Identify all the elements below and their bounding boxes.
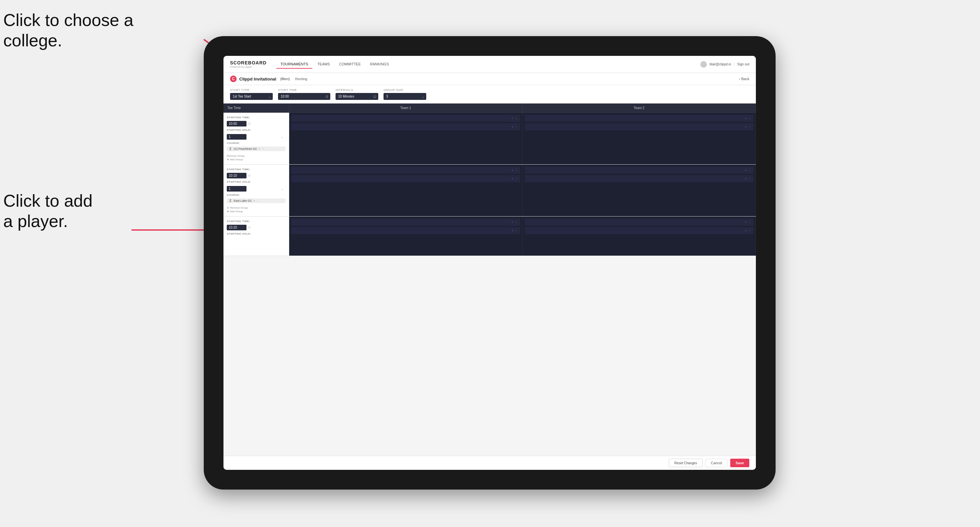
course-label-1: COURSE:	[227, 141, 286, 144]
nav-link-committee[interactable]: COMMITTEE	[335, 60, 365, 69]
nav-right: blair@clippd.io | Sign out	[700, 61, 749, 68]
player-row-5-2[interactable]: × ⋮	[291, 227, 520, 234]
intervals-label: Intervals	[336, 88, 378, 92]
course-remove-1[interactable]: ×	[259, 147, 260, 151]
team2-cell-2: × ⋮ × ⋮	[523, 165, 756, 216]
start-time-input[interactable]	[278, 93, 330, 100]
start-type-group: Start Type 1st Tee Start Shotgun Start	[230, 88, 273, 100]
schedule-body: STARTING TIME: ⏱ STARTING HOLE: 123 COUR…	[223, 113, 756, 456]
player-row-3-2[interactable]: × ⋮	[291, 175, 520, 183]
player-remove-2-2[interactable]: ×	[745, 125, 747, 129]
back-button[interactable]: ‹ Back	[739, 77, 749, 81]
time-input-1[interactable]	[227, 121, 247, 127]
nav-link-teams[interactable]: TEAMS	[313, 60, 334, 69]
tablet-screen: SCOREBOARD Powered by clippd TOURNAMENTS…	[223, 56, 756, 470]
add-group-link-1[interactable]: ⊕ Add Group	[227, 158, 286, 161]
time-slot-1: STARTING TIME: ⏱ STARTING HOLE: 123 COUR…	[223, 113, 756, 165]
player-row-2-1[interactable]: × ⋮	[525, 115, 754, 122]
course-name-2: East Lake GC	[234, 199, 252, 202]
player-menu-2-2[interactable]: ⋮	[748, 125, 751, 129]
course-icon-2: 🏌	[229, 199, 232, 202]
group-size-select[interactable]: 3 2 4	[383, 93, 426, 100]
reset-button[interactable]: Reset Changes	[669, 459, 703, 467]
time-slot-2: STARTING TIME: ⏱ STARTING HOLE: 1 COURSE…	[223, 165, 756, 216]
player-remove-4-1[interactable]: ×	[745, 168, 747, 172]
player-menu-4-2[interactable]: ⋮	[748, 177, 751, 180]
course-edit-2[interactable]: ⋮	[256, 199, 259, 202]
hole-select-2[interactable]: 1	[227, 186, 247, 192]
player-remove-5-2[interactable]: ×	[512, 229, 513, 232]
nav-avatar	[700, 61, 707, 68]
course-label-2: COURSE:	[227, 194, 286, 197]
player-row-5-1[interactable]: × ⋮	[291, 219, 520, 226]
brand-title: SCOREBOARD	[230, 60, 267, 65]
annotation-add-player: Click to add a player.	[3, 190, 93, 232]
player-menu-4-1[interactable]: ⋮	[748, 168, 751, 172]
player-row-4-1[interactable]: × ⋮	[525, 167, 754, 174]
add-group-link-2[interactable]: ⊕ Add Group	[227, 210, 286, 213]
save-button[interactable]: Save	[730, 459, 749, 467]
player-remove-3-2[interactable]: ×	[512, 177, 513, 180]
intervals-group: Intervals 10 Minutes 8 Minutes 12 Minute…	[336, 88, 378, 100]
form-row: Start Type 1st Tee Start Shotgun Start S…	[230, 88, 749, 100]
team2-cell-1: × ⋮ × ⋮	[523, 113, 756, 164]
team2-cell-3: × ⋮ × ⋮	[523, 216, 756, 256]
starting-hole-label-1: STARTING HOLE:	[227, 129, 286, 132]
start-type-label: Start Type	[230, 88, 273, 92]
time-input-row-2: ⏱	[227, 173, 286, 178]
time-slot-3: STARTING TIME: ⏱ STARTING HOLE: × ⋮	[223, 216, 756, 256]
time-slot-left-1: STARTING TIME: ⏱ STARTING HOLE: 123 COUR…	[223, 113, 289, 164]
player-menu-3-1[interactable]: ⋮	[515, 168, 518, 172]
start-time-label: Start Time	[278, 88, 330, 92]
player-menu-5-1[interactable]: ⋮	[515, 221, 518, 224]
course-icon-1: 🏌	[229, 147, 232, 151]
player-row-3-1[interactable]: × ⋮	[291, 167, 520, 174]
course-remove-2[interactable]: ×	[253, 199, 255, 202]
player-remove-6-1[interactable]: ×	[745, 221, 747, 224]
nav-link-tournaments[interactable]: TOURNAMENTS	[276, 60, 312, 69]
player-row-1-2[interactable]: × ⋮	[291, 123, 520, 130]
player-menu-5-2[interactable]: ⋮	[515, 229, 518, 232]
nav-sign-out[interactable]: Sign out	[737, 62, 749, 66]
group-size-wrapper: 3 2 4	[383, 93, 426, 100]
action-links-1: Remove Group ⊕ Add Group	[227, 154, 286, 161]
course-tag-1: 🏌 (A) Peachtree GC × ⋮	[227, 146, 286, 151]
intervals-select[interactable]: 10 Minutes 8 Minutes 12 Minutes	[336, 93, 378, 100]
nav-links: TOURNAMENTS TEAMS COMMITTEE RANKINGS	[276, 60, 700, 69]
start-type-select[interactable]: 1st Tee Start Shotgun Start	[230, 93, 273, 100]
remove-group-link-1[interactable]: Remove Group	[227, 154, 286, 157]
tournament-gender: (Men)	[280, 77, 290, 81]
player-remove-1-2[interactable]: ×	[512, 125, 513, 129]
hole-select-wrapper-1: 123	[227, 133, 286, 140]
intervals-info-icon: ⓘ	[373, 94, 376, 98]
player-menu-2-1[interactable]: ⋮	[748, 117, 751, 120]
player-row-4-2[interactable]: × ⋮	[525, 175, 754, 183]
player-menu-6-2[interactable]: ⋮	[748, 229, 751, 232]
group-size-group: Group Size 3 2 4	[383, 88, 426, 100]
player-menu-1-2[interactable]: ⋮	[515, 125, 518, 129]
player-remove-3-1[interactable]: ×	[512, 168, 513, 172]
player-menu-1-1[interactable]: ⋮	[515, 117, 518, 120]
time-input-3[interactable]	[227, 225, 247, 230]
nav-link-rankings[interactable]: RANKINGS	[366, 60, 393, 69]
clock-icon-1: ⏱	[248, 122, 251, 125]
player-row-2-2[interactable]: × ⋮	[525, 123, 754, 130]
team1-cell-2: × ⋮ × ⋮	[289, 165, 523, 216]
player-row-6-2[interactable]: × ⋮	[525, 227, 754, 234]
player-remove-6-2[interactable]: ×	[745, 229, 747, 232]
time-slot-left-3: STARTING TIME: ⏱ STARTING HOLE:	[223, 216, 289, 256]
player-menu-6-1[interactable]: ⋮	[748, 221, 751, 224]
player-remove-5-1[interactable]: ×	[512, 221, 513, 224]
player-row-1-1[interactable]: × ⋮	[291, 115, 520, 122]
nav-bar: SCOREBOARD Powered by clippd TOURNAMENTS…	[223, 56, 756, 73]
remove-group-link-2[interactable]: ⊖ Remove Group	[227, 206, 286, 209]
player-row-6-1[interactable]: × ⋮	[525, 219, 754, 226]
course-edit-1[interactable]: ⋮	[262, 147, 264, 151]
player-remove-2-1[interactable]: ×	[745, 117, 747, 120]
time-input-2[interactable]	[227, 173, 247, 178]
player-menu-3-2[interactable]: ⋮	[515, 177, 518, 180]
player-remove-1-1[interactable]: ×	[512, 117, 513, 120]
hole-select-1[interactable]: 123	[227, 134, 247, 140]
player-remove-4-2[interactable]: ×	[745, 177, 747, 180]
cancel-button[interactable]: Cancel	[705, 459, 728, 467]
